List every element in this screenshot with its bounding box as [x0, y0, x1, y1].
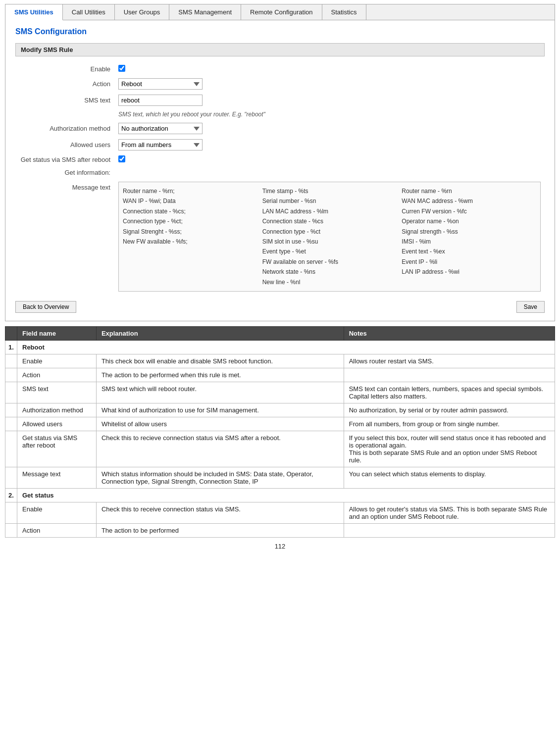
msg-item: Event IP - %li — [402, 257, 536, 267]
action-cell: Reboot — [114, 76, 545, 92]
tab-sms-utilities[interactable]: SMS Utilities — [5, 4, 63, 20]
allowed-cell: From all numbers — [114, 137, 545, 153]
sms-text-row: SMS text — [15, 92, 545, 108]
row-num-empty — [5, 417, 17, 431]
field-allowed: Allowed users — [17, 417, 97, 431]
save-button[interactable]: Save — [516, 301, 545, 313]
explanation-sms-text: SMS text which will reboot router. — [96, 382, 344, 403]
auth-row: Authorization method No authorization — [15, 120, 545, 137]
field-sms-text: SMS text — [17, 382, 97, 403]
auth-select[interactable]: No authorization — [118, 123, 203, 134]
allowed-label: Allowed users — [15, 137, 114, 153]
sms-hint-text: SMS text, which let you reboot your rout… — [114, 108, 545, 120]
msg-item: WAN MAC address - %wm — [402, 196, 536, 206]
table-row: Authorization method What kind of author… — [5, 403, 555, 417]
row-num-empty — [5, 431, 17, 467]
msg-item: Time stamp - %ts — [262, 186, 397, 196]
field-auth: Authorization method — [17, 403, 97, 417]
row-num-2: 2. — [5, 488, 17, 502]
sms-hint-row: SMS text, which let you reboot your rout… — [15, 108, 545, 120]
msg-item: SIM slot in use - %su — [262, 237, 397, 247]
explanation-get-status: Check this to recieve connection status … — [96, 431, 344, 467]
action-label: Action — [15, 76, 114, 92]
panel-title: SMS Configuration — [15, 27, 545, 36]
msg-item: Network state - %ns — [262, 267, 397, 277]
notes-auth: No authorization, by serial or by router… — [344, 403, 555, 417]
back-button[interactable]: Back to Overview — [15, 301, 76, 313]
tab-remote-config[interactable]: Remote Configuration — [241, 4, 322, 20]
col-explanation-header: Explanation — [96, 326, 344, 340]
table-row: Action The action to be performed when t… — [5, 368, 555, 382]
enable-row: Enable — [15, 62, 545, 76]
msg-col-1: Router name - %rn; WAN IP - %wi; Data Co… — [123, 186, 257, 287]
msg-item: Signal strength - %ss — [402, 227, 536, 237]
explanation-msg-text: Which status information should be inclu… — [96, 467, 344, 488]
explanation-auth: What kind of authorization to use for SI… — [96, 403, 344, 417]
table-row: Get status via SMS after reboot Check th… — [5, 431, 555, 467]
page-number: 112 — [0, 538, 560, 552]
sms-text-input[interactable] — [118, 95, 203, 106]
msg-item: Connection type - %ct — [262, 227, 397, 237]
msg-item: Connection state - %cs; — [123, 206, 257, 216]
table-row: Message text Which status information sh… — [5, 467, 555, 488]
msg-item: Connection state - %cs — [262, 216, 397, 226]
tab-statistics[interactable]: Statistics — [322, 4, 366, 20]
allowed-row: Allowed users From all numbers — [15, 137, 545, 153]
col-field-header: Field name — [17, 326, 97, 340]
msg-text-cell: Router name - %rn; WAN IP - %wi; Data Co… — [114, 179, 545, 294]
notes-enable-2: Allows to get router's status via SMS. T… — [344, 502, 555, 523]
tab-sms-management[interactable]: SMS Management — [169, 4, 241, 20]
footer-row: Back to Overview Save — [15, 301, 545, 313]
auth-cell: No authorization — [114, 120, 545, 137]
notes-msg-text: You can select which status elements to … — [344, 467, 555, 488]
msg-item: Curren FW version - %fc — [402, 206, 536, 216]
notes-sms-text: SMS text can contain letters, numbers, s… — [344, 382, 555, 403]
table-row: Allowed users Whitelist of allow users F… — [5, 417, 555, 431]
row-num-empty — [5, 502, 17, 523]
field-action-2: Action — [17, 523, 97, 537]
get-info-label: Get information: — [15, 166, 114, 179]
row-num-empty — [5, 368, 17, 382]
allowed-select[interactable]: From all numbers — [118, 139, 203, 150]
msg-columns: Router name - %rn; WAN IP - %wi; Data Co… — [118, 182, 541, 292]
msg-item: Event text - %ex — [402, 247, 536, 256]
get-status-checkbox[interactable] — [118, 155, 125, 162]
tab-user-groups[interactable]: User Groups — [115, 4, 170, 20]
get-status-row: Get status via SMS after reboot — [15, 153, 545, 166]
section-row-getstatus: 2. Get status — [5, 488, 555, 502]
msg-item: Event type - %et — [262, 247, 397, 256]
msg-item: Signal Strenght - %ss; — [123, 227, 257, 237]
msg-item: Operator name - %on — [402, 216, 536, 226]
sms-text-label: SMS text — [15, 92, 114, 108]
section-label-reboot: Reboot — [17, 340, 555, 354]
col-notes-header: Notes — [344, 326, 555, 340]
notes-action — [344, 368, 555, 382]
section-label-getstatus: Get status — [17, 488, 555, 502]
form-table: Enable Action Reboot SMS text — [15, 62, 545, 294]
sms-config-panel: SMS Utilities Call Utilities User Groups… — [5, 4, 555, 321]
field-enable-2: Enable — [17, 502, 97, 523]
msg-item: Router name - %rn; — [123, 186, 257, 196]
explanation-action-2: The action to be performed — [96, 523, 344, 537]
enable-checkbox[interactable] — [118, 65, 125, 72]
table-header-row: Field name Explanation Notes — [5, 326, 555, 340]
table-row: Action The action to be performed — [5, 523, 555, 537]
section-row-reboot: 1. Reboot — [5, 340, 555, 354]
tab-call-utilities[interactable]: Call Utilities — [63, 4, 115, 20]
msg-text-row: Message text Router name - %rn; WAN IP -… — [15, 179, 545, 294]
enable-label: Enable — [15, 62, 114, 76]
explanation-action: The action to be performed when this rul… — [96, 368, 344, 382]
sms-text-cell — [114, 92, 545, 108]
row-num-empty — [5, 382, 17, 403]
action-select[interactable]: Reboot — [118, 78, 203, 90]
field-msg-text: Message text — [17, 467, 97, 488]
row-num-empty — [5, 467, 17, 488]
doc-table: Field name Explanation Notes 1. Reboot E… — [5, 326, 555, 538]
msg-item: Router name - %rn — [402, 186, 536, 196]
col-num-header — [5, 326, 17, 340]
tab-bar: SMS Utilities Call Utilities User Groups… — [5, 4, 555, 20]
notes-allowed: From all numbers, from group or from sin… — [344, 417, 555, 431]
msg-text-label: Message text — [15, 179, 114, 294]
panel-content: SMS Configuration Modify SMS Rule Enable… — [5, 20, 555, 321]
sms-hint-label — [15, 108, 114, 120]
